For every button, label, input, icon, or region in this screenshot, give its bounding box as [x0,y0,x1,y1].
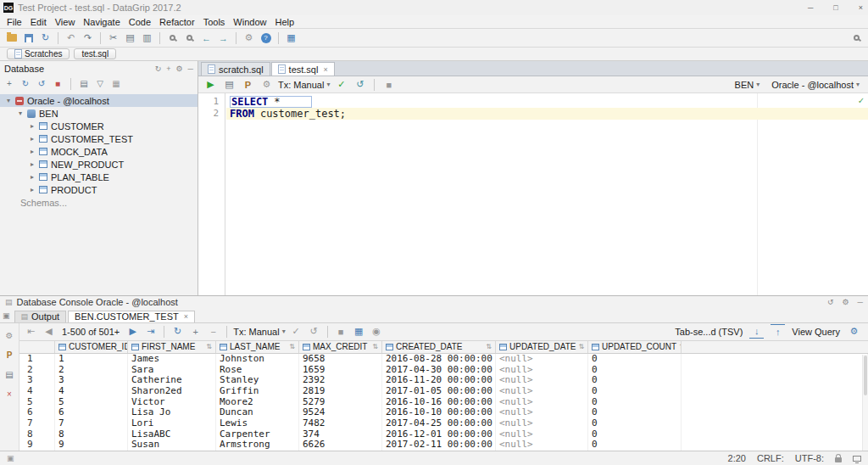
cell-max-credit[interactable]: 9658 [299,354,382,365]
cell-updated-count[interactable]: 0 [588,440,682,451]
close-tab-icon[interactable]: × [184,312,188,321]
stop-icon[interactable]: ■ [334,324,348,339]
cell-updated-date[interactable]: <null> [496,375,588,386]
tree-item-connection[interactable]: Oracle - @localhost [0,94,198,107]
add-to-editor-icon[interactable]: ▦ [352,324,366,339]
menu-item[interactable]: Navigate [79,17,124,27]
cell-max-credit[interactable]: 7482 [299,418,382,429]
menu-item[interactable]: Tools [199,17,230,27]
grid-scrollbar[interactable] [862,355,868,451]
column-header[interactable]: CREATED_DATE⇅ [382,341,496,353]
cell-customer-id[interactable]: 4 [55,386,128,397]
table-row[interactable]: 3 3 Catherine Stanley 2392 2016-11-20 00… [19,375,868,386]
table-row[interactable]: 7 7 Lori Lewis 7482 2017-04-25 00:00:00 … [19,418,868,429]
commit-icon[interactable]: ✓ [334,77,348,92]
gear-icon[interactable]: ⚙ [843,298,849,306]
cell-updated-date[interactable]: <null> [496,418,588,429]
cell-customer-id[interactable]: 1 [55,354,128,365]
synchronize-icon[interactable]: ↻ [38,31,53,45]
cell-updated-date[interactable]: <null> [496,429,588,440]
last-page-icon[interactable]: ⇥ [143,324,158,339]
layout-icon[interactable]: ▤ [3,369,15,381]
export-format-dropdown[interactable]: Tab-se...d (TSV) [675,327,743,337]
cell-updated-date[interactable]: <null> [496,354,588,365]
cell-last-name[interactable]: Moore2 [216,397,299,408]
caret-position[interactable]: 2:20 [728,453,746,463]
parameters-icon[interactable]: P [3,350,15,361]
table-row[interactable]: 8 8 LisaABC Carpenter 374 2016-12-01 00:… [19,429,868,440]
database-tools-icon[interactable]: ▦ [284,31,298,45]
sort-icon[interactable]: ⇅ [206,343,212,350]
cell-created-date[interactable]: 2016-10-10 00:00:00 [382,407,496,418]
cell-first-name[interactable]: Lisa Jo [128,407,216,418]
add-row-icon[interactable]: + [188,324,203,339]
settings-icon[interactable]: ⚙ [259,77,274,92]
row-number-cell[interactable]: 5 [19,397,55,408]
schema-selector[interactable]: BEN ▾ [735,80,760,90]
pin-tab-icon[interactable]: ◉ [370,324,384,339]
refresh-icon[interactable]: ↻ [155,64,162,73]
table-row[interactable]: 5 5 Victor Moore2 5279 2016-10-16 00:00:… [19,397,868,408]
copy-icon[interactable]: ▤ [123,31,137,45]
toolwindow-switcher-icon[interactable]: ▣ [7,454,14,462]
column-header[interactable]: UPDATED_COUNT⇅ [588,341,682,353]
menu-item[interactable]: Refactor [155,17,199,27]
sort-icon[interactable]: ⇅ [486,343,492,350]
breadcrumb-scratches[interactable]: Scratches [7,48,70,59]
line-separator-indicator[interactable]: CRLF: [757,453,784,463]
cell-last-name[interactable]: Johnston [216,354,299,365]
sort-icon[interactable]: ⇅ [372,343,378,350]
cell-last-name[interactable]: Armstrong [216,440,299,451]
cell-first-name[interactable]: Sara [128,365,216,376]
cell-updated-count[interactable]: 0 [588,418,682,429]
cell-created-date[interactable]: 2017-02-11 00:00:00 [382,440,496,451]
stop-icon[interactable]: ■ [381,77,396,92]
row-range-label[interactable]: 1-500 of 501+ [59,327,122,337]
cell-updated-count[interactable]: 0 [588,407,682,418]
close-console-icon[interactable]: × [3,389,15,401]
column-header[interactable]: FIRST_NAME⇅ [128,341,216,353]
refresh-icon[interactable]: ↻ [19,78,31,90]
help-icon[interactable]: ? [259,31,273,45]
cell-last-name[interactable]: Rose [216,365,299,376]
execute-script-icon[interactable]: ▤ [222,77,236,92]
back-icon[interactable]: ← [199,31,214,45]
row-number-cell[interactable]: 9 [19,440,55,451]
parameters-icon[interactable]: P [241,77,255,92]
table-row[interactable]: 2 2 Sara Rose 1659 2017-04-30 00:00:00 <… [19,365,868,376]
row-number-cell[interactable]: 6 [19,407,55,418]
table-row[interactable]: 6 6 Lisa Jo Duncan 9524 2016-10-10 00:00… [19,407,868,418]
cell-max-credit[interactable]: 5279 [299,397,382,408]
cell-last-name[interactable]: Griffin [216,386,299,397]
cell-created-date[interactable]: 2017-01-05 00:00:00 [382,386,496,397]
cell-max-credit[interactable]: 2392 [299,375,382,386]
cell-created-date[interactable]: 2016-08-28 00:00:00 [382,354,496,365]
close-button[interactable]: × [859,3,863,12]
column-header[interactable]: CUSTOMER_ID⇅ [55,341,128,353]
cell-max-credit[interactable]: 374 [299,429,382,440]
cell-first-name[interactable]: James [128,354,216,365]
tree-item-table[interactable]: NEW_PRODUCT [0,158,198,171]
code-editor[interactable]: 1 2 SELECT* FROMcustomer_test; ✓ [198,93,868,295]
row-number-cell[interactable]: 1 [19,354,55,365]
open-console-icon[interactable]: ▤ [78,78,90,90]
schemas-link[interactable]: Schemas... [0,196,198,209]
cell-first-name[interactable]: Sharon2ed [128,386,216,397]
find-icon[interactable] [165,31,180,45]
tree-item-table[interactable]: PLAN_TABLE [0,171,198,183]
open-project-icon[interactable] [4,31,19,45]
cell-last-name[interactable]: Duncan [216,407,299,418]
cell-max-credit[interactable]: 1659 [299,365,382,376]
cell-updated-count[interactable]: 0 [588,354,682,365]
cut-icon[interactable]: ✂ [106,31,120,45]
hide-panel-icon[interactable]: ─ [858,298,863,306]
cell-updated-count[interactable]: 0 [588,386,682,397]
cell-customer-id[interactable]: 3 [55,375,128,386]
cell-created-date[interactable]: 2016-11-20 00:00:00 [382,375,496,386]
corner-cell[interactable] [19,341,55,353]
cell-created-date[interactable]: 2016-10-16 00:00:00 [382,397,496,408]
redo-icon[interactable]: ↷ [81,31,95,45]
refresh-icon[interactable]: ↺ [827,298,834,306]
cell-updated-count[interactable]: 0 [588,365,682,376]
stop-icon[interactable]: ■ [52,78,64,90]
